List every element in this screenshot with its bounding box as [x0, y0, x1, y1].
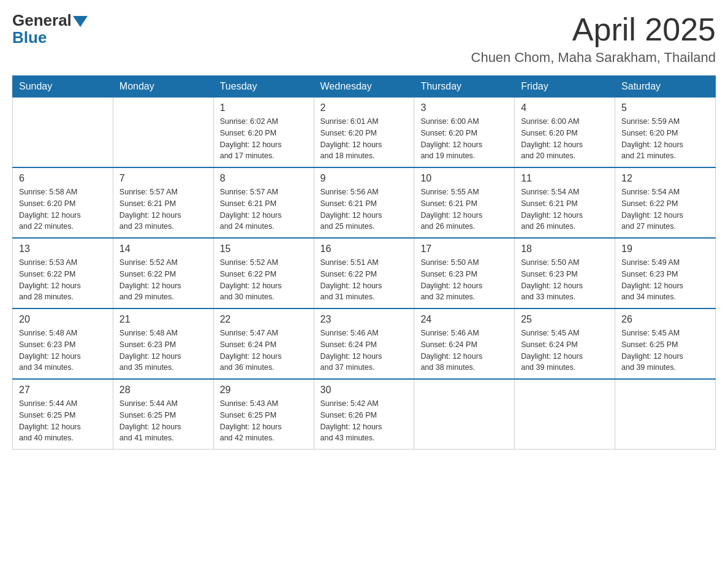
table-row: 11Sunrise: 5:54 AM Sunset: 6:21 PM Dayli… [515, 167, 615, 238]
day-info: Sunrise: 5:54 AM Sunset: 6:22 PM Dayligh… [621, 186, 709, 232]
table-row [113, 98, 213, 168]
table-row: 19Sunrise: 5:49 AM Sunset: 6:23 PM Dayli… [615, 238, 716, 308]
day-number: 13 [19, 243, 107, 255]
table-row: 1Sunrise: 6:02 AM Sunset: 6:20 PM Daylig… [213, 98, 314, 168]
page-header: General Blue April 2025 Chuen Chom, Maha… [12, 12, 716, 66]
table-row: 10Sunrise: 5:55 AM Sunset: 6:21 PM Dayli… [414, 167, 515, 238]
day-info: Sunrise: 6:01 AM Sunset: 6:20 PM Dayligh… [320, 116, 408, 162]
day-info: Sunrise: 5:57 AM Sunset: 6:21 PM Dayligh… [220, 186, 308, 232]
day-info: Sunrise: 5:49 AM Sunset: 6:23 PM Dayligh… [621, 257, 709, 303]
calendar-week-row: 6Sunrise: 5:58 AM Sunset: 6:20 PM Daylig… [13, 167, 716, 238]
weekday-header-row: Sunday Monday Tuesday Wednesday Thursday… [13, 76, 716, 98]
table-row: 22Sunrise: 5:47 AM Sunset: 6:24 PM Dayli… [213, 308, 314, 379]
day-info: Sunrise: 5:45 AM Sunset: 6:25 PM Dayligh… [621, 327, 709, 373]
day-info: Sunrise: 6:00 AM Sunset: 6:20 PM Dayligh… [420, 116, 508, 162]
table-row [414, 379, 515, 450]
header-thursday: Thursday [414, 76, 515, 98]
table-row: 5Sunrise: 5:59 AM Sunset: 6:20 PM Daylig… [615, 98, 716, 168]
day-info: Sunrise: 5:48 AM Sunset: 6:23 PM Dayligh… [19, 327, 107, 373]
calendar-week-row: 27Sunrise: 5:44 AM Sunset: 6:25 PM Dayli… [13, 379, 716, 450]
calendar-week-row: 13Sunrise: 5:53 AM Sunset: 6:22 PM Dayli… [13, 238, 716, 308]
day-info: Sunrise: 5:46 AM Sunset: 6:24 PM Dayligh… [320, 327, 408, 373]
table-row: 24Sunrise: 5:46 AM Sunset: 6:24 PM Dayli… [414, 308, 515, 379]
day-number: 11 [521, 173, 609, 184]
day-info: Sunrise: 5:53 AM Sunset: 6:22 PM Dayligh… [19, 257, 107, 303]
calendar-week-row: 20Sunrise: 5:48 AM Sunset: 6:23 PM Dayli… [13, 308, 716, 379]
day-number: 30 [320, 385, 408, 396]
table-row: 7Sunrise: 5:57 AM Sunset: 6:21 PM Daylig… [113, 167, 213, 238]
day-info: Sunrise: 5:55 AM Sunset: 6:21 PM Dayligh… [420, 186, 508, 232]
day-number: 6 [19, 173, 107, 184]
day-info: Sunrise: 5:54 AM Sunset: 6:21 PM Dayligh… [521, 186, 609, 232]
table-row [515, 379, 615, 450]
day-number: 25 [521, 314, 609, 325]
table-row: 15Sunrise: 5:52 AM Sunset: 6:22 PM Dayli… [213, 238, 314, 308]
day-number: 3 [420, 102, 508, 113]
day-info: Sunrise: 5:42 AM Sunset: 6:26 PM Dayligh… [320, 398, 408, 444]
day-number: 21 [119, 314, 207, 325]
day-number: 28 [119, 385, 207, 396]
table-row: 16Sunrise: 5:51 AM Sunset: 6:22 PM Dayli… [314, 238, 414, 308]
day-number: 8 [220, 173, 308, 184]
day-number: 24 [420, 314, 508, 325]
day-number: 14 [119, 243, 207, 255]
day-info: Sunrise: 5:56 AM Sunset: 6:21 PM Dayligh… [320, 186, 408, 232]
location-subtitle: Chuen Chom, Maha Sarakham, Thailand [471, 50, 716, 66]
day-info: Sunrise: 5:47 AM Sunset: 6:24 PM Dayligh… [220, 327, 308, 373]
table-row: 12Sunrise: 5:54 AM Sunset: 6:22 PM Dayli… [615, 167, 716, 238]
day-number: 26 [621, 314, 709, 325]
logo: General Blue [12, 12, 88, 47]
day-info: Sunrise: 5:57 AM Sunset: 6:21 PM Dayligh… [119, 186, 207, 232]
table-row: 14Sunrise: 5:52 AM Sunset: 6:22 PM Dayli… [113, 238, 213, 308]
day-number: 16 [320, 243, 408, 255]
calendar-table: Sunday Monday Tuesday Wednesday Thursday… [12, 75, 716, 450]
table-row: 28Sunrise: 5:44 AM Sunset: 6:25 PM Dayli… [113, 379, 213, 450]
table-row: 18Sunrise: 5:50 AM Sunset: 6:23 PM Dayli… [515, 238, 615, 308]
day-info: Sunrise: 5:44 AM Sunset: 6:25 PM Dayligh… [19, 398, 107, 444]
day-info: Sunrise: 5:58 AM Sunset: 6:20 PM Dayligh… [19, 186, 107, 232]
day-number: 10 [420, 173, 508, 184]
day-info: Sunrise: 5:45 AM Sunset: 6:24 PM Dayligh… [521, 327, 609, 373]
day-info: Sunrise: 6:00 AM Sunset: 6:20 PM Dayligh… [521, 116, 609, 162]
day-number: 2 [320, 102, 408, 113]
header-wednesday: Wednesday [314, 76, 414, 98]
table-row: 3Sunrise: 6:00 AM Sunset: 6:20 PM Daylig… [414, 98, 515, 168]
header-monday: Monday [113, 76, 213, 98]
header-tuesday: Tuesday [213, 76, 314, 98]
day-number: 17 [420, 243, 508, 255]
table-row: 20Sunrise: 5:48 AM Sunset: 6:23 PM Dayli… [13, 308, 113, 379]
day-number: 20 [19, 314, 107, 325]
table-row: 17Sunrise: 5:50 AM Sunset: 6:23 PM Dayli… [414, 238, 515, 308]
table-row: 21Sunrise: 5:48 AM Sunset: 6:23 PM Dayli… [113, 308, 213, 379]
header-sunday: Sunday [13, 76, 113, 98]
table-row: 2Sunrise: 6:01 AM Sunset: 6:20 PM Daylig… [314, 98, 414, 168]
day-number: 5 [621, 102, 709, 113]
logo-top: General [12, 12, 88, 28]
day-info: Sunrise: 6:02 AM Sunset: 6:20 PM Dayligh… [220, 116, 308, 162]
header-saturday: Saturday [615, 76, 716, 98]
day-number: 29 [220, 385, 308, 396]
day-number: 7 [119, 173, 207, 184]
day-info: Sunrise: 5:48 AM Sunset: 6:23 PM Dayligh… [119, 327, 207, 373]
day-info: Sunrise: 5:44 AM Sunset: 6:25 PM Dayligh… [119, 398, 207, 444]
month-year-title: April 2025 [471, 12, 716, 47]
day-number: 4 [521, 102, 609, 113]
day-info: Sunrise: 5:43 AM Sunset: 6:25 PM Dayligh… [220, 398, 308, 444]
logo-arrow-icon [73, 16, 88, 27]
day-number: 15 [220, 243, 308, 255]
day-number: 9 [320, 173, 408, 184]
day-info: Sunrise: 5:52 AM Sunset: 6:22 PM Dayligh… [119, 257, 207, 303]
day-info: Sunrise: 5:46 AM Sunset: 6:24 PM Dayligh… [420, 327, 508, 373]
table-row: 26Sunrise: 5:45 AM Sunset: 6:25 PM Dayli… [615, 308, 716, 379]
day-number: 18 [521, 243, 609, 255]
day-number: 27 [19, 385, 107, 396]
day-info: Sunrise: 5:59 AM Sunset: 6:20 PM Dayligh… [621, 116, 709, 162]
table-row: 9Sunrise: 5:56 AM Sunset: 6:21 PM Daylig… [314, 167, 414, 238]
logo-general-text: General [12, 12, 72, 28]
day-info: Sunrise: 5:50 AM Sunset: 6:23 PM Dayligh… [420, 257, 508, 303]
day-number: 23 [320, 314, 408, 325]
table-row: 6Sunrise: 5:58 AM Sunset: 6:20 PM Daylig… [13, 167, 113, 238]
day-info: Sunrise: 5:50 AM Sunset: 6:23 PM Dayligh… [521, 257, 609, 303]
day-number: 1 [220, 102, 308, 113]
header-friday: Friday [515, 76, 615, 98]
